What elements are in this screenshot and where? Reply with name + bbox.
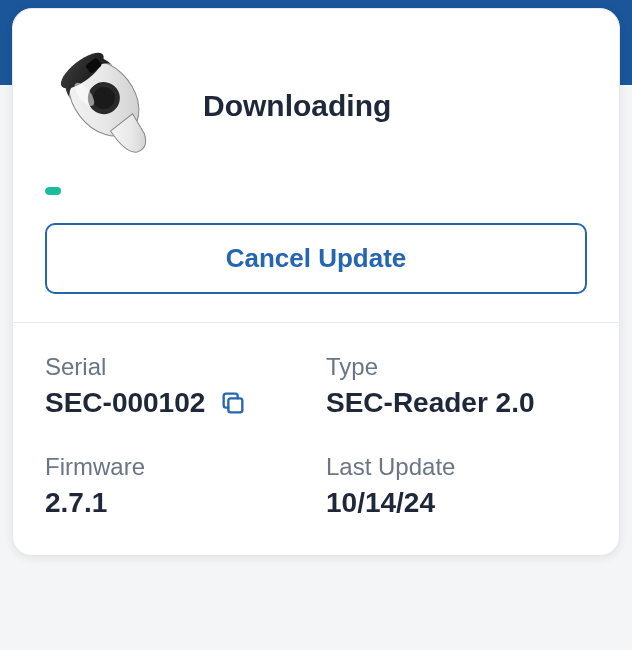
svg-rect-6 [229, 398, 243, 412]
status-text: Downloading [203, 89, 391, 123]
info-label: Serial [45, 353, 306, 381]
card-status-section: Downloading Cancel Update [13, 9, 619, 322]
info-value: 2.7.1 [45, 487, 306, 519]
device-scanner-icon [45, 41, 175, 171]
info-firmware: Firmware 2.7.1 [45, 453, 306, 519]
info-value: 10/14/24 [326, 487, 587, 519]
device-info-grid: Serial SEC-000102 Type SEC-Reader 2.0 Fi… [13, 323, 619, 555]
progress-fill [45, 187, 61, 195]
info-label: Firmware [45, 453, 306, 481]
info-type: Type SEC-Reader 2.0 [326, 353, 587, 419]
status-row: Downloading [45, 41, 587, 171]
cancel-update-button[interactable]: Cancel Update [45, 223, 587, 294]
copy-icon[interactable] [219, 389, 247, 417]
device-card: Downloading Cancel Update Serial SEC-000… [12, 8, 620, 556]
info-label: Type [326, 353, 587, 381]
info-last-update: Last Update 10/14/24 [326, 453, 587, 519]
info-value: SEC-Reader 2.0 [326, 387, 587, 419]
progress-bar [45, 187, 587, 195]
info-serial: Serial SEC-000102 [45, 353, 306, 419]
info-label: Last Update [326, 453, 587, 481]
info-value: SEC-000102 [45, 387, 205, 419]
